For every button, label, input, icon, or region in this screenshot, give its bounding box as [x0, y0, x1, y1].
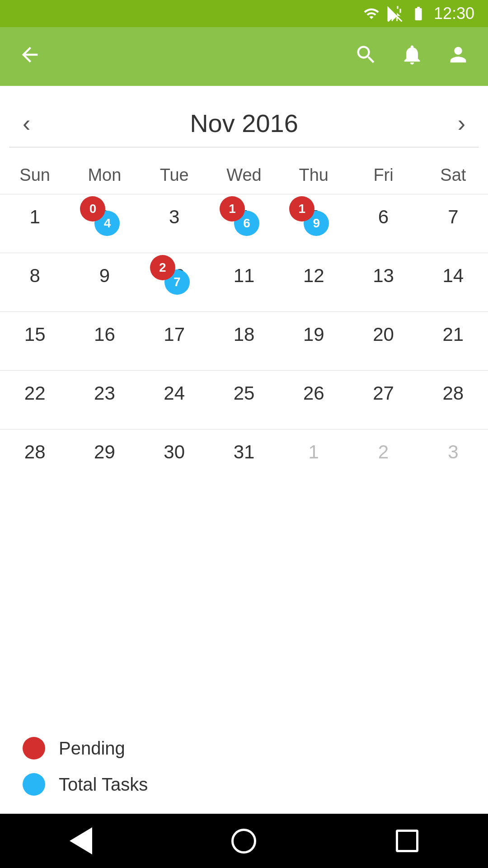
signal-icon [387, 5, 403, 22]
wifi-icon [363, 5, 380, 22]
badge-container: 416 [226, 203, 262, 239]
home-nav-icon [231, 829, 256, 854]
legend-label-total: Total Tasks [59, 774, 148, 795]
calendar-divider [9, 147, 479, 147]
badge-container: 519 [296, 203, 332, 239]
calendar-cell[interactable]: 8 [0, 253, 70, 312]
day-number: 12 [279, 265, 348, 287]
back-button[interactable] [18, 43, 42, 70]
calendar-cell[interactable]: 17 [140, 312, 209, 371]
calendar-cell[interactable]: 29 [70, 429, 139, 488]
calendar-cell[interactable]: 1027 [140, 253, 209, 312]
day-number: 13 [348, 265, 418, 287]
badge-pending: 1 [220, 196, 245, 222]
calendar-cell[interactable]: 9 [70, 253, 139, 312]
legend-dot-pending [23, 737, 45, 760]
calendar-grid: SunMonTueWedThuFriSat 120434165196789102… [0, 152, 488, 488]
calendar-week-row: 15161718192021 [0, 312, 488, 371]
calendar-cell[interactable]: 22 [0, 371, 70, 429]
calendar-cell[interactable]: 3 [418, 429, 488, 488]
profile-button[interactable] [446, 43, 470, 70]
legend-label-pending: Pending [59, 738, 125, 759]
day-number: 24 [140, 382, 209, 404]
calendar-cell[interactable]: 204 [70, 194, 139, 253]
calendar-cell[interactable]: 12 [279, 253, 348, 312]
day-number: 26 [279, 382, 348, 404]
calendar-cell[interactable]: 26 [279, 371, 348, 429]
weekday-header-sat: Sat [418, 152, 488, 194]
calendar-week-row: 28293031123 [0, 429, 488, 488]
weekday-header-fri: Fri [348, 152, 418, 194]
next-month-button[interactable]: › [458, 110, 465, 137]
day-number: 25 [209, 382, 279, 404]
day-number: 11 [209, 265, 279, 287]
calendar-cell[interactable]: 519 [279, 194, 348, 253]
calendar-cell[interactable]: 19 [279, 312, 348, 371]
day-number: 29 [70, 441, 139, 463]
day-number: 14 [418, 265, 488, 287]
calendar-cell[interactable]: 20 [348, 312, 418, 371]
day-number: 16 [70, 324, 139, 345]
calendar-cell[interactable]: 25 [209, 371, 279, 429]
badge-container: 1027 [156, 261, 192, 297]
calendar-cell[interactable]: 31 [209, 429, 279, 488]
back-nav-button[interactable] [70, 827, 92, 854]
calendar-cell[interactable]: 3 [140, 194, 209, 253]
weekday-header-thu: Thu [279, 152, 348, 194]
calendar-cell[interactable]: 13 [348, 253, 418, 312]
battery-icon [410, 5, 427, 22]
day-number: 23 [70, 382, 139, 404]
calendar-container: ‹ Nov 2016 › SunMonTueWedThuFriSat 12043… [0, 86, 488, 719]
calendar-cell[interactable]: 27 [348, 371, 418, 429]
day-number: 3 [418, 441, 488, 463]
status-time: 12:30 [434, 4, 474, 23]
calendar-cell[interactable]: 23 [70, 371, 139, 429]
search-button[interactable] [354, 43, 378, 70]
calendar-cell[interactable]: 11 [209, 253, 279, 312]
calendar-cell[interactable]: 1 [0, 194, 70, 253]
calendar-cell[interactable]: 30 [140, 429, 209, 488]
weekday-header-wed: Wed [209, 152, 279, 194]
calendar-cell[interactable]: 16 [70, 312, 139, 371]
day-number: 9 [70, 265, 139, 287]
day-number: 2 [348, 441, 418, 463]
calendar-cell[interactable]: 416 [209, 194, 279, 253]
calendar-cell[interactable]: 24 [140, 371, 209, 429]
day-number: 31 [209, 441, 279, 463]
calendar-cell[interactable]: 15 [0, 312, 70, 371]
recents-nav-button[interactable] [396, 830, 418, 852]
day-number: 22 [0, 382, 70, 404]
notification-button[interactable] [400, 43, 424, 70]
calendar-week-row: 1204341651967 [0, 194, 488, 253]
badge-pending: 2 [150, 255, 175, 280]
legend-dot-total [23, 773, 45, 796]
day-number: 19 [279, 324, 348, 345]
status-bar: 12:30 [0, 0, 488, 27]
day-number: 28 [0, 441, 70, 463]
calendar-cell[interactable]: 28 [0, 429, 70, 488]
prev-month-button[interactable]: ‹ [23, 110, 30, 137]
day-number: 7 [418, 206, 488, 228]
day-number: 21 [418, 324, 488, 345]
calendar-cell[interactable]: 28 [418, 371, 488, 429]
day-number: 28 [418, 382, 488, 404]
day-number: 30 [140, 441, 209, 463]
calendar-cell[interactable]: 1 [279, 429, 348, 488]
calendar-cell[interactable]: 21 [418, 312, 488, 371]
calendar-cell[interactable]: 2 [348, 429, 418, 488]
calendar-cell[interactable]: 14 [418, 253, 488, 312]
calendar-cell[interactable]: 6 [348, 194, 418, 253]
calendar-cell[interactable]: 18 [209, 312, 279, 371]
weekday-header-tue: Tue [140, 152, 209, 194]
day-number: 8 [0, 265, 70, 287]
day-number: 15 [0, 324, 70, 345]
day-number: 3 [140, 206, 209, 228]
day-number: 1 [279, 441, 348, 463]
calendar-week-row: 22232425262728 [0, 371, 488, 429]
legend-item-pending: Pending [23, 737, 465, 760]
home-nav-button[interactable] [231, 829, 256, 854]
legend: Pending Total Tasks [0, 719, 488, 814]
app-bar [0, 27, 488, 86]
calendar-cell[interactable]: 7 [418, 194, 488, 253]
month-title: Nov 2016 [190, 108, 298, 138]
